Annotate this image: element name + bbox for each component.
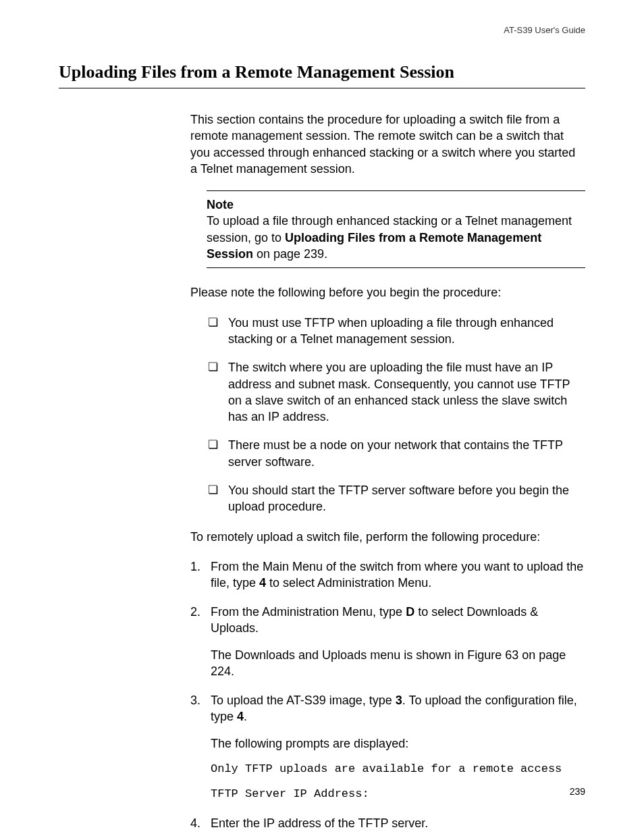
checkbox-icon: ❏ — [208, 438, 218, 453]
checkbox-icon: ❏ — [208, 315, 218, 331]
page-title: Uploading Files from a Remote Management… — [59, 62, 585, 88]
intro-paragraph: This section contains the procedure for … — [190, 111, 585, 177]
step-bold: 4 — [259, 576, 266, 590]
step-sub-text: The Downloads and Uploads menu is shown … — [211, 647, 585, 680]
checklist-item: ❏You should start the TFTP server softwa… — [208, 482, 585, 515]
checkbox-icon: ❏ — [208, 483, 218, 498]
note-text-after: on page 239. — [253, 247, 327, 261]
page-number: 239 — [570, 786, 585, 797]
note-label: Note — [207, 197, 585, 213]
step-item: From the Administration Menu, type D to … — [190, 604, 585, 680]
checklist-item: ❏The switch where you are uploading the … — [208, 359, 585, 425]
checklist-text: There must be a node on your network tha… — [228, 438, 563, 468]
step-bold: 3 — [396, 694, 402, 707]
step-text: To upload the AT-S39 image, type — [211, 694, 396, 707]
note-block: Note To upload a file through enhanced s… — [207, 190, 585, 268]
content-area: This section contains the procedure for … — [190, 111, 585, 834]
code-output: Only TFTP uploads are available for a re… — [211, 760, 585, 778]
step-bold: D — [406, 605, 414, 619]
checklist-text: You should start the TFTP server softwar… — [228, 484, 569, 513]
checklist-text: The switch where you are uploading the f… — [228, 361, 570, 423]
checklist-item: ❏You must use TFTP when uploading a file… — [208, 315, 585, 348]
step-text: From the Administration Menu, type — [211, 605, 406, 619]
step-text: . — [244, 710, 247, 723]
step-item: From the Main Menu of the switch from wh… — [190, 558, 585, 592]
step-text: to select Administration Menu. — [266, 576, 431, 590]
step-sub-text: The following prompts are displayed: — [211, 735, 585, 752]
code-output: TFTP Server IP Address: — [211, 785, 585, 803]
procedure-steps: From the Main Menu of the switch from wh… — [190, 558, 585, 834]
checklist-text: You must use TFTP when uploading a file … — [228, 316, 554, 346]
step-item: To upload the AT-S39 image, type 3. To u… — [190, 692, 585, 803]
procedure-intro: To remotely upload a switch file, perfor… — [190, 529, 585, 545]
pre-list-paragraph: Please note the following before you beg… — [190, 284, 585, 301]
step-item: Enter the IP address of the TFTP server.… — [190, 815, 585, 834]
checkbox-icon: ❏ — [208, 360, 218, 375]
header-guide-title: AT-S39 User's Guide — [59, 25, 585, 35]
step-text: Enter the IP address of the TFTP server. — [211, 816, 428, 830]
step-bold: 4 — [237, 710, 244, 723]
checklist-item: ❏There must be a node on your network th… — [208, 437, 585, 470]
checklist: ❏You must use TFTP when uploading a file… — [208, 315, 585, 515]
